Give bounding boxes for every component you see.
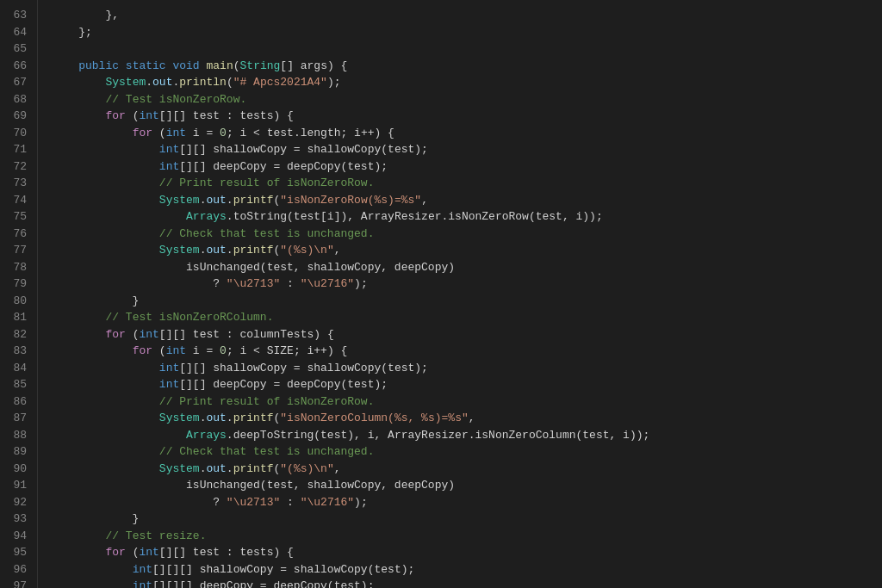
line-number: 83 bbox=[0, 343, 27, 360]
token-method: printf bbox=[233, 194, 274, 207]
code-line: int[][][] deepCopy = deepCopy(test); bbox=[52, 578, 882, 588]
code-line: } bbox=[52, 293, 882, 310]
token-plain bbox=[52, 109, 105, 122]
token-plain: , bbox=[334, 244, 341, 257]
code-line: for (int i = 0; i < SIZE; i++) { bbox=[52, 343, 882, 360]
token-string: "\u2716" bbox=[301, 496, 354, 509]
token-string: "\u2716" bbox=[301, 277, 354, 290]
token-plain: [][] test : tests) { bbox=[159, 546, 294, 559]
token-kw: int bbox=[166, 127, 186, 139]
token-plain: ? bbox=[52, 277, 227, 290]
line-number: 90 bbox=[0, 461, 27, 478]
line-number: 78 bbox=[0, 259, 27, 276]
token-plain bbox=[52, 579, 133, 588]
line-number: 87 bbox=[0, 410, 27, 427]
token-plain: [][][] shallowCopy = shallowCopy(test); bbox=[152, 563, 414, 576]
token-plain bbox=[52, 244, 159, 257]
token-class-name: System bbox=[159, 244, 200, 257]
code-line: public static void main(String[] args) { bbox=[52, 58, 882, 75]
token-plain: [][] test : tests) { bbox=[159, 109, 294, 122]
token-kw2: for bbox=[133, 344, 152, 357]
token-kw2: for bbox=[133, 127, 152, 139]
code-line: System.out.printf("(%s)\n", bbox=[52, 461, 882, 478]
token-plain: [][][] deepCopy = deepCopy(test); bbox=[152, 579, 374, 588]
code-line: int[][] shallowCopy = shallowCopy(test); bbox=[52, 141, 882, 158]
token-comment: // Check that test is unchanged. bbox=[159, 445, 375, 458]
token-plain: isUnchanged(test, shallowCopy, deepCopy) bbox=[52, 479, 455, 492]
code-content[interactable]: }, }; public static void main(String[] a… bbox=[38, 0, 882, 588]
token-comment: // Print result of isNonZeroRow. bbox=[159, 176, 375, 189]
token-var: out bbox=[206, 462, 226, 475]
token-kw: int bbox=[159, 143, 179, 156]
code-line: // Test resize. bbox=[52, 528, 882, 545]
token-plain bbox=[200, 59, 207, 72]
token-plain bbox=[52, 412, 159, 424]
token-kw2: for bbox=[105, 109, 125, 122]
line-number: 81 bbox=[0, 309, 27, 326]
code-editor: 6364656667686970717273747576777879808182… bbox=[0, 0, 882, 588]
token-string: "isNonZeroColumn(%s, %s)=%s" bbox=[280, 412, 468, 424]
token-plain: . bbox=[227, 194, 233, 207]
code-line: System.out.printf("isNonZeroRow(%s)=%s", bbox=[52, 192, 882, 209]
token-kw: int bbox=[139, 328, 158, 341]
line-number: 94 bbox=[0, 528, 27, 545]
token-plain bbox=[52, 93, 105, 106]
token-number: 0 bbox=[220, 344, 227, 357]
token-plain: ); bbox=[327, 76, 341, 89]
token-var: out bbox=[206, 194, 226, 207]
token-var: out bbox=[206, 244, 226, 257]
token-kw: int bbox=[159, 160, 179, 173]
code-line: int[][][] shallowCopy = shallowCopy(test… bbox=[52, 561, 882, 579]
line-number: 73 bbox=[0, 175, 27, 192]
line-number: 79 bbox=[0, 275, 27, 293]
line-number: 64 bbox=[0, 24, 27, 41]
token-plain: }, bbox=[52, 9, 119, 22]
line-number: 69 bbox=[0, 108, 27, 125]
token-plain: [][] deepCopy = deepCopy(test); bbox=[179, 160, 388, 173]
token-plain bbox=[52, 546, 105, 559]
token-plain bbox=[52, 143, 159, 156]
token-plain: .deepToString(test), i, ArrayResizer.isN… bbox=[227, 429, 649, 442]
token-plain: [][] shallowCopy = shallowCopy(test); bbox=[179, 362, 428, 374]
line-number: 95 bbox=[0, 544, 27, 561]
token-plain bbox=[52, 395, 159, 408]
token-plain: . bbox=[227, 244, 233, 257]
token-plain: . bbox=[227, 462, 233, 475]
token-string: "(%s)\n" bbox=[280, 244, 333, 257]
token-method: printf bbox=[233, 244, 274, 257]
token-plain bbox=[52, 160, 159, 173]
token-plain bbox=[52, 210, 186, 223]
token-string: "isNonZeroRow(%s)=%s" bbox=[280, 194, 421, 207]
code-line: Arrays.toString(test[i]), ArrayResizer.i… bbox=[52, 208, 882, 226]
code-line: // Check that test is unchanged. bbox=[52, 443, 882, 461]
token-plain bbox=[52, 462, 159, 475]
token-plain bbox=[52, 344, 133, 357]
line-number: 92 bbox=[0, 494, 27, 511]
token-plain bbox=[52, 563, 133, 576]
token-plain bbox=[52, 227, 159, 240]
line-number: 76 bbox=[0, 226, 27, 243]
token-string: "(%s)\n" bbox=[280, 462, 333, 475]
token-plain bbox=[52, 529, 105, 542]
code-line: for (int i = 0; i < test.length; i++) { bbox=[52, 125, 882, 142]
token-plain: . bbox=[227, 412, 233, 424]
code-line: ? "\u2713" : "\u2716"); bbox=[52, 275, 882, 293]
token-plain: : bbox=[280, 277, 300, 290]
token-kw: int bbox=[133, 563, 152, 576]
line-number: 74 bbox=[0, 192, 27, 209]
code-line: // Print result of isNonZeroRow. bbox=[52, 175, 882, 192]
token-kw: int bbox=[133, 579, 152, 588]
token-plain: i = bbox=[186, 344, 220, 357]
token-class-name: System bbox=[159, 462, 200, 475]
code-line: // Test isNonZeroRow. bbox=[52, 91, 882, 108]
token-kw2: for bbox=[105, 328, 125, 341]
token-plain: } bbox=[52, 294, 139, 307]
token-plain bbox=[52, 378, 159, 391]
token-plain: ; i < test.length; i++) { bbox=[227, 127, 394, 139]
line-number: 72 bbox=[0, 158, 27, 176]
token-plain: ( bbox=[233, 59, 240, 72]
token-comment: // Print result of isNonZeroRow. bbox=[159, 395, 375, 408]
token-kw: void bbox=[172, 59, 199, 72]
token-plain bbox=[52, 76, 105, 89]
token-plain: [] args) { bbox=[280, 59, 347, 72]
